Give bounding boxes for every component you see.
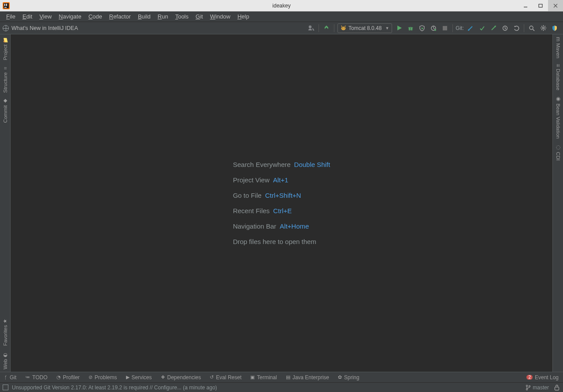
lock-icon[interactable] bbox=[553, 384, 560, 391]
tool-web[interactable]: Web◐ bbox=[2, 349, 8, 372]
menu-refactor[interactable]: Refactor bbox=[106, 12, 134, 21]
svg-point-27 bbox=[542, 27, 544, 29]
tool-commit[interactable]: Commit◆ bbox=[2, 95, 8, 126]
menu-tools[interactable]: Tools bbox=[172, 12, 192, 21]
git-history-button[interactable] bbox=[500, 23, 510, 33]
close-button[interactable] bbox=[548, 0, 563, 11]
run-button[interactable] bbox=[394, 23, 404, 33]
hint-navigation-bar: Navigation BarAlt+Home bbox=[233, 222, 330, 230]
event-log-button[interactable]: 2Event Log bbox=[526, 374, 559, 381]
svg-rect-2 bbox=[4, 7, 7, 8]
tool-structure[interactable]: Structure⌗ bbox=[3, 63, 8, 96]
bottom-tool-profiler[interactable]: ◔Profiler bbox=[56, 374, 80, 381]
tool-maven[interactable]: mMaven bbox=[555, 34, 561, 61]
git-push-button[interactable] bbox=[489, 23, 498, 33]
ide-features-button[interactable] bbox=[550, 23, 559, 33]
hint-project-view: Project ViewAlt+1 bbox=[233, 176, 330, 184]
svg-point-12 bbox=[342, 28, 343, 29]
menu-bar: FileEditViewNavigateCodeRefactorBuildRun… bbox=[0, 11, 563, 22]
tomcat-icon bbox=[341, 25, 346, 31]
build-button[interactable] bbox=[322, 23, 331, 33]
tool-project[interactable]: Project📁 bbox=[2, 34, 8, 63]
add-configuration-icon[interactable] bbox=[306, 23, 316, 33]
empty-editor-hints: Search EverywhereDouble ShiftProject Vie… bbox=[233, 161, 330, 245]
tool-database[interactable]: ≡Database bbox=[555, 61, 561, 93]
git-commit-button[interactable] bbox=[477, 23, 487, 33]
menu-window[interactable]: Window bbox=[207, 12, 234, 21]
hint-search-everywhere: Search EverywhereDouble Shift bbox=[233, 161, 330, 168]
menu-edit[interactable]: Edit bbox=[19, 12, 36, 21]
menu-run[interactable]: Run bbox=[154, 12, 172, 21]
svg-rect-3 bbox=[4, 4, 5, 6]
svg-line-35 bbox=[541, 29, 542, 30]
svg-point-9 bbox=[308, 26, 311, 28]
coverage-button[interactable] bbox=[417, 23, 427, 33]
menu-navigate[interactable]: Navigate bbox=[55, 12, 85, 21]
hint-go-to-file: Go to FileCtrl+Shift+N bbox=[233, 192, 330, 199]
git-branch-widget[interactable]: master bbox=[526, 385, 549, 391]
svg-rect-20 bbox=[443, 26, 447, 30]
svg-rect-39 bbox=[555, 387, 559, 390]
svg-rect-6 bbox=[539, 4, 542, 7]
branch-name: master bbox=[533, 385, 549, 391]
bottom-tool-problems[interactable]: ⊘Problems bbox=[89, 374, 117, 381]
menu-git[interactable]: Git bbox=[192, 12, 207, 21]
right-tool-stripe: mMaven≡Database◉Bean Validation◌CDI bbox=[552, 34, 563, 372]
editor-area[interactable]: Search EverywhereDouble ShiftProject Vie… bbox=[11, 34, 552, 372]
svg-line-33 bbox=[544, 29, 545, 30]
svg-point-11 bbox=[341, 27, 346, 30]
minimize-button[interactable] bbox=[518, 0, 533, 11]
window-title: ideakey bbox=[272, 3, 290, 9]
bottom-tool-java-enterprise[interactable]: ▤Java Enterprise bbox=[286, 374, 329, 381]
run-configuration-label: Tomcat 8.0.48 bbox=[348, 25, 382, 31]
status-message[interactable]: Unsupported Git Version 2.17.0: At least… bbox=[12, 385, 217, 391]
bottom-tool-spring[interactable]: ✿Spring bbox=[338, 374, 359, 381]
tool-windows-toggle-icon[interactable] bbox=[3, 385, 8, 390]
bottom-tool-services[interactable]: ▶Services bbox=[126, 374, 152, 381]
svg-line-34 bbox=[544, 26, 545, 27]
menu-view[interactable]: View bbox=[36, 12, 55, 21]
bottom-tool-terminal[interactable]: ▣Terminal bbox=[250, 374, 277, 381]
menu-help[interactable]: Help bbox=[234, 12, 253, 21]
svg-line-32 bbox=[541, 26, 542, 27]
svg-marker-17 bbox=[422, 27, 423, 30]
search-button[interactable] bbox=[527, 23, 537, 33]
svg-point-36 bbox=[526, 385, 528, 386]
hint-recent-files: Recent FilesCtrl+E bbox=[233, 207, 330, 214]
svg-point-13 bbox=[344, 28, 345, 29]
git-rollback-button[interactable] bbox=[511, 23, 521, 33]
status-bar: Unsupported Git Version 2.17.0: At least… bbox=[0, 382, 563, 392]
tool-cdi[interactable]: ◌CDI bbox=[555, 141, 561, 163]
menu-build[interactable]: Build bbox=[134, 12, 154, 21]
svg-point-37 bbox=[526, 388, 528, 390]
debug-button[interactable] bbox=[406, 23, 415, 33]
drop-hint: Drop files here to open them bbox=[233, 238, 330, 245]
window-titlebar: ideakey bbox=[0, 0, 563, 11]
bottom-tool-stripe: ᚶGit≔TODO◔Profiler⊘Problems▶Services❖Dep… bbox=[0, 372, 563, 382]
settings-button[interactable] bbox=[538, 23, 548, 33]
menu-file[interactable]: File bbox=[3, 12, 19, 21]
svg-point-38 bbox=[529, 385, 530, 387]
bottom-tool-git[interactable]: ᚶGit bbox=[4, 374, 16, 381]
stop-button[interactable] bbox=[440, 23, 450, 33]
navigation-toolbar: What's New in IntelliJ IDEA Tomcat 8.0.4… bbox=[0, 22, 563, 34]
tool-bean-validation[interactable]: ◉Bean Validation bbox=[555, 93, 561, 141]
tool-favorites[interactable]: Favorites★ bbox=[2, 315, 8, 348]
maximize-button[interactable] bbox=[533, 0, 548, 11]
left-tool-stripe: Project📁Structure⌗Commit◆Favorites★Web◐ bbox=[0, 34, 11, 372]
menu-code[interactable]: Code bbox=[85, 12, 106, 21]
run-configuration-combo[interactable]: Tomcat 8.0.48 ▼ bbox=[337, 23, 392, 33]
svg-point-19 bbox=[434, 29, 436, 31]
svg-point-25 bbox=[530, 26, 533, 30]
bottom-tool-eval-reset[interactable]: ↺Eval Reset bbox=[210, 374, 241, 381]
app-icon bbox=[3, 2, 10, 9]
bottom-tool-dependencies[interactable]: ❖Dependencies bbox=[161, 374, 201, 381]
svg-marker-14 bbox=[397, 26, 402, 30]
dropdown-icon: ▼ bbox=[385, 26, 389, 30]
profile-button[interactable] bbox=[429, 23, 438, 33]
nav-label[interactable]: What's New in IntelliJ IDEA bbox=[11, 25, 78, 31]
git-update-button[interactable] bbox=[466, 23, 475, 33]
bottom-tool-todo[interactable]: ≔TODO bbox=[25, 374, 47, 381]
git-label: Git: bbox=[456, 25, 464, 31]
svg-rect-4 bbox=[6, 4, 7, 6]
